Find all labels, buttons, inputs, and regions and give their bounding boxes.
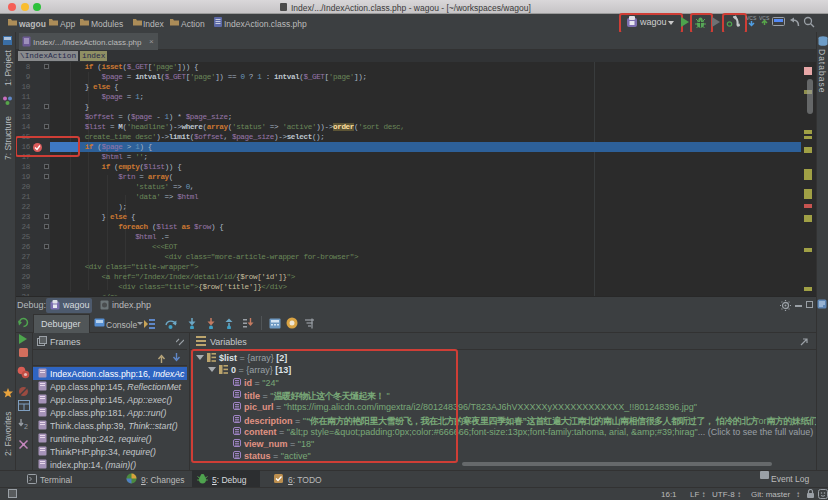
svg-text:VCS: VCS <box>746 15 757 21</box>
svg-text:2: 2 <box>24 423 28 430</box>
